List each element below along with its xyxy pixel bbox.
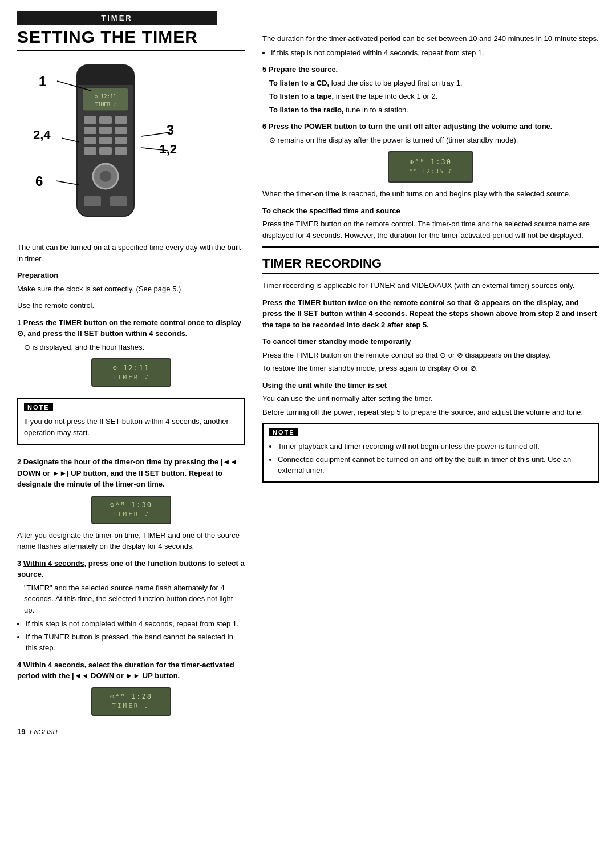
svg-rect-3 <box>83 88 128 111</box>
step-label-12: 1,2 <box>159 142 177 157</box>
timer-recording-main: Press the TIMER button twice on the remo… <box>262 297 599 331</box>
step3-bullets: If this step is not completed within 4 s… <box>26 618 245 654</box>
svg-text:TIMER ♪: TIMER ♪ <box>95 102 116 107</box>
duration-text: The duration for the timer-activated per… <box>262 33 599 44</box>
note1-text: If you do not press the II SET button wi… <box>24 416 238 438</box>
svg-point-19 <box>100 171 111 182</box>
lcd2-text: TIMER ♪ <box>112 510 150 518</box>
step-label-6: 6 <box>35 173 43 189</box>
svg-rect-12 <box>84 137 96 144</box>
step1-text: 1 Press the TIMER button on the remote c… <box>17 317 245 339</box>
step6-number: 6 <box>262 122 269 131</box>
lcd-display-3: ⊙ᴬᴹ 1:28 TIMER ♪ <box>91 687 171 716</box>
svg-rect-11 <box>115 127 127 134</box>
svg-rect-2 <box>77 76 134 85</box>
timer-recording-bold: Press the TIMER button twice on the remo… <box>262 298 597 329</box>
lcd-display-2: ⊙ᴬᴹ 1:30 TIMER ♪ <box>91 496 171 524</box>
step3-bullet2: If the TUNER button is pressed, the band… <box>26 631 245 654</box>
step-label-24: 2,4 <box>33 128 51 143</box>
check-text: Press the TIMER button on the remote con… <box>262 218 599 241</box>
svg-rect-8 <box>115 116 127 124</box>
svg-rect-16 <box>99 147 112 155</box>
timer-header-text: TIMER <box>17 14 217 22</box>
step1-bold-text: Press the TIMER button on the remote con… <box>17 318 241 338</box>
svg-rect-17 <box>115 147 127 155</box>
step5-radio-bold: To listen to the radio, <box>269 106 343 114</box>
lcd-display-4: ⊙ᴬᴹ 1:30 ᴬᴹ 12:35 ♪ <box>388 151 473 183</box>
step6-sub: ⊙ remains on the display after the power… <box>269 135 599 146</box>
using-heading: Using the unit while the timer is set <box>262 380 599 391</box>
step3-block: 3 Within 4 seconds, press one of the fun… <box>17 558 245 654</box>
step4-text: 4 Within 4 seconds, select the duration … <box>17 659 245 682</box>
step6-heading: Press the POWER button to turn the unit … <box>269 122 553 131</box>
step3-sub: "TIMER" and the selected source name fla… <box>24 582 245 616</box>
svg-rect-6 <box>84 116 96 124</box>
step6-text: 6 Press the POWER button to turn the uni… <box>262 121 599 132</box>
svg-rect-21 <box>110 196 127 206</box>
preparation-heading: Preparation <box>17 270 245 281</box>
step1-sub: ⊙ is displayed, and the hour flashes. <box>24 342 245 353</box>
lcd1-time: ⊙ 12:11 <box>113 363 150 373</box>
step1-block: 1 Press the TIMER button on the remote c… <box>17 317 245 353</box>
lcd4-row1: ⊙ᴬᴹ 1:30 <box>410 157 452 167</box>
step3-number: 3 <box>17 559 23 568</box>
lcd-display-1: ⊙ 12:11 TIMER ♪ <box>91 358 171 387</box>
note2-label: NOTE <box>269 428 298 436</box>
left-column: SETTING THE TIMER 1 2,4 3 1,2 6 <box>17 27 245 736</box>
step5-cd-rest: load the disc to be played first on tray… <box>331 79 463 87</box>
step1-number: 1 <box>17 318 23 327</box>
step6-block: 6 Press the POWER button to turn the uni… <box>262 121 599 145</box>
lcd3-text: TIMER ♪ <box>112 702 150 710</box>
timer-recording-title: TIMER RECORDING <box>262 256 599 274</box>
step2-text: 2 Designate the hour of the timer-on tim… <box>17 456 245 490</box>
step5-number: 5 <box>262 65 269 74</box>
lcd1-text: TIMER ♪ <box>112 373 150 382</box>
lcd2-time: ⊙ᴬᴹ 1:30 <box>110 500 152 510</box>
step-label-1: 1 <box>39 74 46 90</box>
step4-block: 4 Within 4 seconds, select the duration … <box>17 659 245 682</box>
step3-bullet1: If this step is not completed within 4 s… <box>26 618 245 630</box>
step5-heading: 5 Prepare the source. <box>262 64 599 75</box>
step2-block: 2 Designate the hour of the timer-on tim… <box>17 456 245 490</box>
check-heading: To check the specified time and source <box>262 205 599 217</box>
page-footer: 19 ENGLISH <box>17 727 245 736</box>
preparation-text: Make sure the clock is set correctly. (S… <box>17 283 245 295</box>
step1-underline: within 4 seconds. <box>125 329 187 338</box>
step4-body: Within 4 seconds, select the duration fo… <box>17 661 234 680</box>
note2-bullet2: Connected equipment cannot be turned on … <box>278 454 592 476</box>
when-timer-text: When the timer-on time is reached, the u… <box>262 188 599 200</box>
step-label-3: 3 <box>167 122 174 138</box>
svg-rect-15 <box>84 147 96 155</box>
cancel-block: To cancel timer standby mode temporarily… <box>262 336 599 374</box>
using-text1: You can use the unit normally after sett… <box>262 393 599 404</box>
cancel-text2: To restore the timer standby mode, press… <box>262 363 599 374</box>
page-number: 19 <box>17 727 25 736</box>
lcd3-row1: ⊙ᴬᴹ 1:28 <box>110 692 152 702</box>
step5-title: Prepare the source. <box>269 65 338 74</box>
svg-text:⊙ 12:11: ⊙ 12:11 <box>95 94 116 99</box>
lcd4-time: ⊙ᴬᴹ 1:30 <box>410 157 452 167</box>
using-text2: Before turning off the power, repeat ste… <box>262 407 599 418</box>
preparation-block: Preparation Make sure the clock is set c… <box>17 270 245 294</box>
note2-bullet1: Timer playback and timer recording will … <box>278 441 592 452</box>
step5-tape-bold: To listen to a tape, <box>269 92 334 100</box>
check-block: To check the specified time and source P… <box>262 205 599 241</box>
step3-underline-text: Within 4 seconds, press one of the funct… <box>17 559 245 579</box>
step5-block: 5 Prepare the source. To listen to a CD,… <box>262 64 599 115</box>
lcd1-row2: TIMER ♪ <box>112 373 150 382</box>
intro-text: The unit can be turned on at a specified… <box>17 242 245 264</box>
duration-bullets: If this step is not completed within 4 s… <box>271 47 599 59</box>
lcd3-row2: TIMER ♪ <box>112 702 150 710</box>
remote-illustration: ⊙ 12:11 TIMER ♪ <box>60 59 151 225</box>
timer-header-bar: TIMER <box>17 11 217 25</box>
duration-bullet: If this step is not completed within 4 s… <box>271 47 599 59</box>
note1-label: NOTE <box>24 403 53 411</box>
step3-text: 3 Within 4 seconds, press one of the fun… <box>17 558 245 580</box>
svg-rect-14 <box>115 137 127 144</box>
timer-recording-intro: Timer recording is applicable for TUNER … <box>262 280 599 291</box>
step4-number: 4 <box>17 661 23 669</box>
cancel-text1: Press the TIMER button on the remote con… <box>262 350 599 361</box>
english-label: ENGLISH <box>30 728 57 735</box>
section-divider <box>262 246 599 248</box>
use-remote-text: Use the remote control. <box>17 300 245 311</box>
